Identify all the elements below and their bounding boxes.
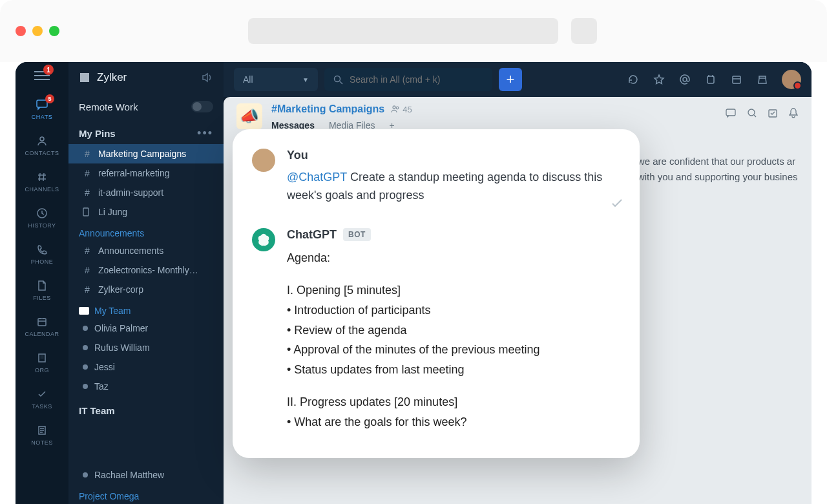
- minimize-window-icon[interactable]: [32, 26, 43, 36]
- menu-icon[interactable]: 1: [34, 70, 50, 81]
- workspace-row: Remote Work: [68, 93, 224, 120]
- sidebar-item-label: referral-marketing: [98, 168, 169, 178]
- user-avatar[interactable]: [782, 70, 801, 89]
- topbar-actions: [627, 70, 801, 89]
- agenda-bullet: • Approval of the minutes of the previou…: [287, 340, 614, 360]
- sidebar-item-olivia[interactable]: Olivia Palmer: [68, 319, 224, 338]
- rail-channels[interactable]: CHANNELS: [16, 165, 68, 198]
- channel-avatar-icon: 📣: [236, 103, 262, 129]
- channel-name[interactable]: #Marketing Campaigns: [271, 103, 384, 115]
- svg-point-8: [683, 78, 687, 81]
- sidebar-item-rachael[interactable]: Rachael Matthew: [68, 465, 224, 485]
- contacts-icon: [36, 134, 48, 147]
- calendar-action-icon[interactable]: [768, 108, 778, 118]
- sidebar-item-label: Rachael Matthew: [94, 470, 164, 480]
- chat-action-icon[interactable]: [725, 108, 737, 118]
- workspace-toggle[interactable]: [191, 101, 213, 112]
- hash-icon: #: [83, 246, 92, 256]
- sidebar-item-taz[interactable]: Taz: [68, 377, 224, 396]
- star-icon[interactable]: [653, 73, 665, 86]
- you-author: You: [287, 149, 614, 162]
- rail-tasks-label: TASKS: [32, 403, 52, 410]
- bot-badge: BOT: [343, 228, 371, 241]
- search-action-icon[interactable]: [747, 108, 757, 118]
- agenda-section-2: II. Progress updates [20 minutes] • What…: [287, 392, 614, 432]
- sidebar-item-jessi[interactable]: Jessi: [68, 357, 224, 377]
- rail-files[interactable]: FILES: [16, 274, 68, 306]
- close-window-icon[interactable]: [16, 26, 26, 36]
- url-bar[interactable]: [248, 18, 558, 44]
- rail-chats[interactable]: 5 CHATS: [16, 93, 68, 125]
- sidebar-item-label: Rufus William: [94, 342, 150, 353]
- filter-dropdown[interactable]: All ▼: [234, 68, 318, 91]
- browser-chrome: [0, 0, 827, 62]
- calendar-top-icon[interactable]: [730, 73, 743, 86]
- agenda-s2-title: II. Progress updates [20 minutes]: [287, 392, 614, 412]
- message-you: You @ChatGPT Create a standup meeting ag…: [252, 149, 614, 205]
- svg-rect-4: [39, 354, 45, 362]
- project-omega-title: Project Omega: [68, 485, 224, 504]
- agenda-section-1: I. Opening [5 minutes] • Introduction of…: [287, 280, 614, 379]
- new-chat-button[interactable]: +: [499, 68, 522, 91]
- rail-notes[interactable]: NOTES: [16, 419, 68, 451]
- browser-frame: 1 5 CHATS CONTACTS CHANNELS HISTORY P: [0, 0, 827, 504]
- sidebar-item-it-admin-support[interactable]: #it-admin-support: [68, 183, 224, 202]
- rail-org-label: ORG: [35, 367, 49, 373]
- rail-channels-label: CHANNELS: [25, 186, 59, 193]
- presence-icon: [83, 345, 88, 350]
- rail-phone[interactable]: PHONE: [16, 238, 68, 270]
- members-count: 45: [403, 105, 412, 114]
- presence-icon: [83, 364, 88, 370]
- channel-members[interactable]: 45: [391, 105, 412, 114]
- search-box[interactable]: [324, 68, 492, 91]
- sidebar-item-label: Olivia Palmer: [94, 323, 148, 333]
- rail-calendar[interactable]: CALENDAR: [16, 310, 68, 342]
- presence-icon: [83, 384, 88, 389]
- rail-history[interactable]: HISTORY: [16, 202, 68, 234]
- sidebar-item-announcements[interactable]: #Announcements: [68, 241, 224, 260]
- hash-icon: #: [83, 284, 92, 295]
- phone-icon: [36, 243, 48, 256]
- search-input[interactable]: [350, 74, 483, 85]
- sidebar-item-rufus[interactable]: Rufus William: [68, 338, 224, 357]
- sidebar-item-li-jung[interactable]: Li Jung: [68, 202, 224, 222]
- sidebar-item-referral-marketing[interactable]: #referral-marketing: [68, 163, 224, 183]
- maximize-window-icon[interactable]: [49, 26, 59, 36]
- rail-org[interactable]: ORG: [16, 346, 68, 379]
- reminder-icon[interactable]: [704, 73, 717, 86]
- sidebar-item-marketing-campaigns[interactable]: #Marketing Campaigns: [68, 144, 224, 163]
- search-icon: [333, 75, 343, 85]
- mobile-icon: [83, 207, 92, 216]
- filter-label: All: [243, 74, 253, 85]
- notification-badge: 1: [43, 65, 54, 75]
- at-icon[interactable]: [678, 73, 691, 86]
- sidebar-item-zoelectronics[interactable]: #Zoelectronics- Monthly…: [68, 260, 224, 280]
- workspace-name: Remote Work: [79, 101, 191, 112]
- brand-logo-icon: [79, 72, 90, 83]
- refresh-icon[interactable]: [627, 73, 640, 86]
- chevron-down-icon: ▼: [302, 76, 309, 83]
- channel-actions: [725, 103, 799, 119]
- rail-contacts-label: CONTACTS: [25, 150, 59, 156]
- hash-icon: #: [83, 187, 92, 198]
- rail-phone-label: PHONE: [31, 258, 54, 265]
- svg-rect-10: [733, 76, 740, 83]
- apps-icon[interactable]: [756, 73, 769, 86]
- myteam-title: My Team: [68, 299, 224, 319]
- rail-contacts[interactable]: CONTACTS: [16, 129, 68, 162]
- volume-icon[interactable]: [202, 72, 213, 83]
- rail-notes-label: NOTES: [31, 439, 53, 446]
- svg-rect-3: [38, 319, 46, 326]
- pins-more-icon[interactable]: •••: [197, 127, 213, 140]
- rail-tasks[interactable]: TASKS: [16, 383, 68, 415]
- sidebar-item-zylker-corp[interactable]: #Zylker-corp: [68, 280, 224, 299]
- itteam-title: IT Team: [68, 396, 224, 465]
- agenda-bullet: • Review of the agenda: [287, 320, 614, 341]
- url-action-button[interactable]: [571, 18, 597, 44]
- svg-point-12: [396, 107, 399, 109]
- hash-icon: #: [83, 149, 92, 159]
- brand-row: Zylker: [68, 62, 224, 93]
- mention-chatgpt[interactable]: @ChatGPT: [287, 171, 347, 184]
- bell-action-icon[interactable]: [788, 107, 799, 119]
- chat-overlay-card: You @ChatGPT Create a standup meeting ag…: [233, 129, 640, 458]
